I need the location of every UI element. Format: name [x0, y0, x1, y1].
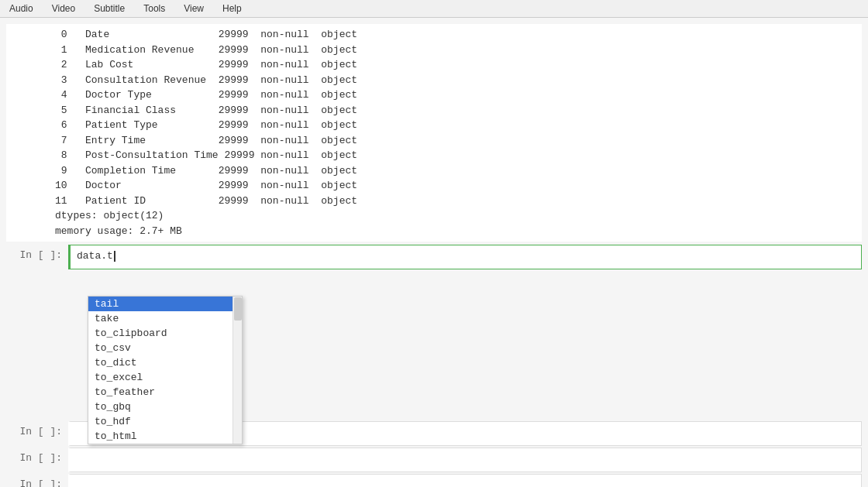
autocomplete-dropdown[interactable]: tailtaketo_clipboardto_csvto_dictto_exce…: [88, 296, 243, 444]
output-area: 0 Date 29999 non-null object 1 Medicatio…: [6, 24, 862, 242]
output-text: 0 Date 29999 non-null object 1 Medicatio…: [55, 27, 862, 238]
autocomplete-item[interactable]: to_hdf: [88, 414, 234, 429]
autocomplete-item[interactable]: to_html: [88, 429, 234, 444]
empty-cell-label-2: In [ ]:: [6, 474, 68, 487]
autocomplete-item[interactable]: take: [88, 311, 234, 326]
menu-audio[interactable]: Audio: [6, 2, 36, 15]
empty-cell-input-2[interactable]: [68, 474, 862, 487]
output-line: 6 Patient Type 29999 non-null object: [55, 118, 862, 133]
empty-cell-1: In [ ]:: [6, 448, 862, 472]
empty-cell-input-1[interactable]: [68, 448, 862, 472]
output-line: 11 Patient ID 29999 non-null object: [55, 194, 862, 209]
autocomplete-item[interactable]: tail: [88, 297, 234, 311]
menu-view[interactable]: View: [181, 2, 207, 15]
active-cell-label: In [ ]:: [6, 245, 68, 266]
cell-content: data.t: [77, 250, 113, 262]
output-line: 5 Financial Class 29999 non-null object: [55, 103, 862, 118]
notebook-area: 0 Date 29999 non-null object 1 Medicatio…: [0, 18, 868, 487]
output-line: 4 Doctor Type 29999 non-null object: [55, 87, 862, 103]
menu-bar: Audio Video Subtitle Tools View Help: [0, 0, 868, 18]
empty-cell-label-0: In [ ]:: [6, 421, 68, 442]
autocomplete-item[interactable]: to_feather: [88, 385, 234, 400]
autocomplete-scrollbar[interactable]: [232, 297, 242, 444]
scroll-thumb: [234, 297, 242, 321]
output-line: 3 Consultation Revenue 29999 non-null ob…: [55, 73, 862, 88]
output-line: 9 Completion Time 29999 non-null object: [55, 163, 862, 179]
menu-tools[interactable]: Tools: [140, 2, 168, 15]
output-line: 7 Entry Time 29999 non-null object: [55, 133, 862, 149]
output-line: 8 Post-Consultation Time 29999 non-null …: [55, 148, 862, 163]
menu-help[interactable]: Help: [219, 2, 245, 15]
dropdown-inner: tailtaketo_clipboardto_csvto_dictto_exce…: [88, 297, 234, 444]
autocomplete-item[interactable]: to_csv: [88, 341, 234, 355]
output-line: 1 Medication Revenue 29999 non-null obje…: [55, 43, 862, 58]
active-cell-input[interactable]: data.t: [68, 245, 862, 269]
menu-video[interactable]: Video: [49, 2, 78, 15]
autocomplete-item[interactable]: to_excel: [88, 370, 234, 385]
output-line: 0 Date 29999 non-null object: [55, 27, 862, 43]
menu-subtitle[interactable]: Subtitle: [91, 2, 128, 15]
output-line: dtypes: object(12): [55, 208, 862, 224]
output-line: 2 Lab Cost 29999 non-null object: [55, 57, 862, 73]
autocomplete-item[interactable]: to_gbq: [88, 400, 234, 414]
autocomplete-item[interactable]: to_clipboard: [88, 326, 234, 341]
autocomplete-item[interactable]: to_dict: [88, 355, 234, 370]
output-line: 10 Doctor 29999 non-null object: [55, 178, 862, 194]
empty-cell-label-1: In [ ]:: [6, 448, 68, 468]
output-line: memory usage: 2.7+ MB: [55, 224, 862, 239]
active-cell-container: In [ ]: data.t: [6, 245, 862, 269]
empty-cell-2: In [ ]:: [6, 474, 862, 487]
text-cursor: [114, 251, 115, 262]
